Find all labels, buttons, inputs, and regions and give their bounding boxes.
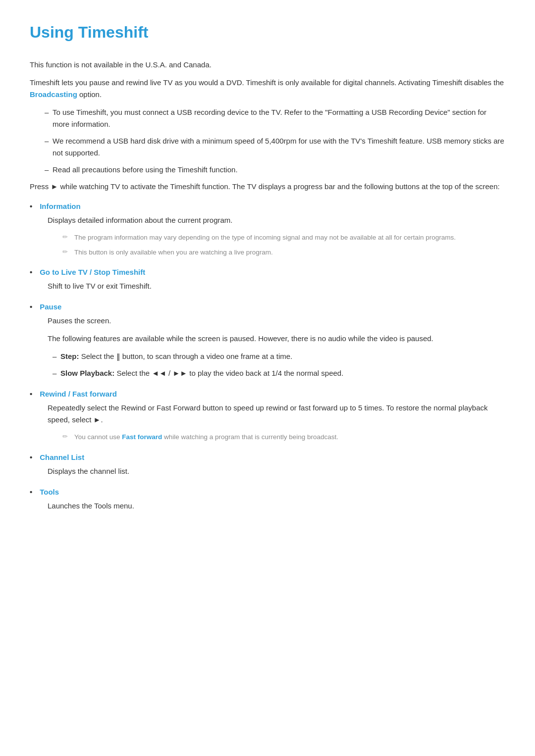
information-desc: Displays detailed information about the … [48, 214, 505, 257]
channel-list-title: Channel List [40, 453, 84, 461]
information-title: Information [40, 202, 81, 210]
pause-desc-text-2: The following features are available whi… [48, 333, 505, 345]
intro2-after: option. [77, 90, 102, 99]
page-title: Using Timeshift [30, 20, 505, 45]
dash-item-1: To use Timeshift, you must connect a USB… [45, 106, 505, 130]
rewind-ff-notes: You cannot use Fast forward while watchi… [62, 432, 505, 443]
pause-slow-item: Slow Playback: Select the ◄◄ / ►► to pla… [53, 367, 505, 379]
dash-item-2: We recommend a USB hard disk drive with … [45, 135, 505, 159]
intro-paragraph-2: Timeshift lets you pause and rewind live… [30, 77, 505, 101]
rewind-ff-note-1: You cannot use Fast forward while watchi… [62, 432, 505, 443]
tools-title: Tools [40, 488, 59, 496]
intro2-before: Timeshift lets you pause and rewind live… [30, 78, 504, 87]
list-item-rewind-fastforward: Rewind / Fast forward Repeatedly select … [40, 388, 505, 443]
list-item-go-to-live: Go to Live TV / Stop Timeshift Shift to … [40, 266, 505, 292]
rewind-ff-title: Rewind / Fast forward [40, 390, 117, 398]
pause-desc-text-1: Pauses the screen. [48, 315, 505, 327]
tools-desc: Launches the Tools menu. [48, 500, 505, 512]
feature-list: Information Displays detailed informatio… [40, 201, 505, 512]
go-to-live-desc-text: Shift to live TV or exit Timeshift. [48, 280, 505, 292]
go-to-live-desc: Shift to live TV or exit Timeshift. [48, 280, 505, 292]
tools-desc-text: Launches the Tools menu. [48, 500, 505, 512]
information-desc-text: Displays detailed information about the … [48, 214, 505, 226]
dash-item-3: Read all precautions before using the Ti… [45, 164, 505, 176]
information-note-2: This button is only available when you a… [62, 247, 505, 258]
list-item-information: Information Displays detailed informatio… [40, 201, 505, 257]
fast-forward-bold: Fast forward [122, 433, 162, 441]
list-item-pause: Pause Pauses the screen. The following f… [40, 301, 505, 379]
list-item-tools: Tools Launches the Tools menu. [40, 486, 505, 512]
step-label: Step: [60, 352, 79, 360]
pause-step-item: Step: Select the ‖ button, to scan throu… [53, 351, 505, 362]
channel-list-desc-text: Displays the channel list. [48, 465, 505, 477]
channel-list-desc: Displays the channel list. [48, 465, 505, 477]
intro-paragraph-1: This function is not available in the U.… [30, 59, 505, 71]
pause-title: Pause [40, 302, 61, 311]
go-to-live-title: Go to Live TV / Stop Timeshift [40, 268, 145, 276]
rewind-ff-desc-text: Repeatedly select the Rewind or Fast For… [48, 402, 505, 426]
information-notes: The program information may vary dependi… [62, 232, 505, 257]
dash-requirements-list: To use Timeshift, you must connect a USB… [45, 106, 505, 176]
pause-sub-list: Step: Select the ‖ button, to scan throu… [53, 351, 505, 379]
rewind-ff-desc: Repeatedly select the Rewind or Fast For… [48, 402, 505, 443]
slow-playback-label: Slow Playback: [60, 369, 114, 377]
information-note-1: The program information may vary dependi… [62, 232, 505, 243]
broadcasting-link[interactable]: Broadcasting [30, 90, 77, 99]
press-instruction: Press ► while watching TV to activate th… [30, 181, 505, 193]
list-item-channel-list: Channel List Displays the channel list. [40, 452, 505, 477]
pause-desc: Pauses the screen. The following feature… [48, 315, 505, 379]
